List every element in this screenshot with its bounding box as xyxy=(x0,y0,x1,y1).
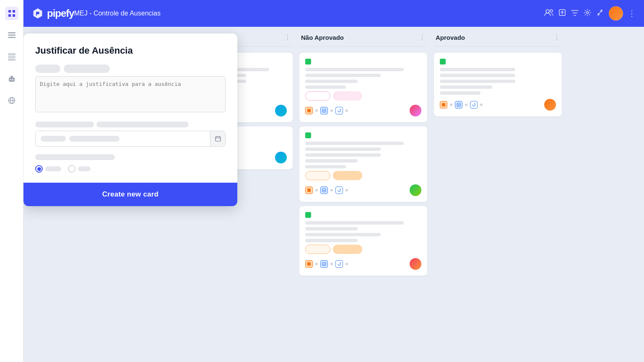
svg-rect-5 xyxy=(8,35,16,36)
svg-point-17 xyxy=(546,10,549,13)
svg-rect-29 xyxy=(307,262,311,266)
card-footer xyxy=(305,105,421,116)
tag-green xyxy=(440,59,446,65)
connect-icon[interactable] xyxy=(596,9,604,18)
column-nao-aprovado: Não Aprovado ⋮ xyxy=(299,34,427,362)
form-field-label-2 xyxy=(35,122,226,127)
radio-option-2[interactable] xyxy=(68,165,91,173)
card-footer xyxy=(440,99,556,111)
settings-icon[interactable] xyxy=(584,9,591,18)
svg-rect-4 xyxy=(8,32,16,34)
column-menu-em-revisao[interactable]: ⋮ xyxy=(284,34,291,41)
svg-rect-33 xyxy=(216,137,221,141)
card-icon-checklist[interactable] xyxy=(455,101,462,109)
column-header-aprovado: Aprovado ⋮ xyxy=(434,34,562,41)
svg-rect-25 xyxy=(307,109,311,112)
table-row[interactable] xyxy=(434,53,562,116)
svg-rect-9 xyxy=(8,59,16,60)
svg-rect-3 xyxy=(13,14,15,17)
card-icon-sync[interactable] xyxy=(335,186,343,194)
radio-group xyxy=(35,165,226,173)
table-row[interactable] xyxy=(299,206,427,276)
column-menu-aprovado[interactable]: ⋮ xyxy=(553,34,560,41)
main-area: pipefy MEJ - Controle de Ausencias xyxy=(23,0,644,362)
tag-green xyxy=(305,59,311,65)
svg-point-18 xyxy=(550,10,553,12)
sidebar-item-table[interactable] xyxy=(5,50,18,64)
card-icon-checklist[interactable] xyxy=(320,186,328,194)
card-icon-sync[interactable] xyxy=(335,107,343,114)
svg-rect-31 xyxy=(442,103,445,106)
radio-option-1[interactable] xyxy=(35,165,61,173)
svg-point-20 xyxy=(587,11,589,13)
column-header-nao-aprovado: Não Aprovado ⋮ xyxy=(299,34,427,41)
sidebar-item-bot[interactable] xyxy=(5,72,18,85)
column-divider xyxy=(434,46,562,47)
table-row[interactable] xyxy=(299,127,427,202)
svg-rect-0 xyxy=(8,10,11,13)
card-badge xyxy=(333,245,362,254)
user-avatar[interactable] xyxy=(609,6,623,21)
calendar-icon[interactable] xyxy=(210,131,225,146)
svg-rect-8 xyxy=(8,55,16,59)
justificativa-textarea[interactable] xyxy=(35,76,226,112)
svg-rect-7 xyxy=(8,54,16,54)
column-divider xyxy=(299,46,427,47)
logo-text: pipefy xyxy=(47,8,74,19)
modal-title: Justificar de Ausência xyxy=(35,45,226,56)
card-icon-sync[interactable] xyxy=(470,101,478,109)
card-icon[interactable] xyxy=(305,107,313,114)
card-icon-sync[interactable] xyxy=(335,260,343,268)
header-actions: ⋮ xyxy=(544,6,636,21)
card-icon[interactable] xyxy=(305,260,313,268)
card-avatar xyxy=(544,99,556,111)
card-avatar xyxy=(410,184,421,196)
sidebar-item-globe[interactable] xyxy=(5,94,18,107)
card-icon-checklist[interactable] xyxy=(320,107,328,114)
svg-rect-11 xyxy=(10,76,13,78)
card-badge xyxy=(305,171,330,180)
card-avatar xyxy=(410,105,421,116)
card-icon[interactable] xyxy=(440,101,447,109)
card-avatar xyxy=(275,152,287,163)
svg-rect-6 xyxy=(8,37,16,38)
sidebar-item-list[interactable] xyxy=(5,28,18,42)
tag-green xyxy=(305,212,311,218)
svg-point-13 xyxy=(12,79,13,80)
svg-rect-2 xyxy=(8,14,11,17)
create-card-modal: Justificar de Ausência xyxy=(23,34,237,206)
card-badge xyxy=(305,91,330,101)
create-new-card-button[interactable]: Create new card xyxy=(102,190,158,199)
filter-icon[interactable] xyxy=(571,9,579,18)
radio-button-1[interactable] xyxy=(35,165,43,173)
svg-rect-1 xyxy=(13,10,15,13)
card-avatar xyxy=(410,258,421,270)
sidebar-item-grid[interactable] xyxy=(5,7,18,20)
column-aprovado: Aprovado ⋮ xyxy=(434,34,562,362)
card-badge xyxy=(333,171,362,180)
card-badge xyxy=(305,245,330,254)
export-icon[interactable] xyxy=(558,9,566,18)
column-title-aprovado: Aprovado xyxy=(436,34,550,41)
form-field-label-3 xyxy=(35,154,226,160)
date-input[interactable] xyxy=(35,131,226,147)
card-avatar xyxy=(275,105,287,116)
modal-footer: Create new card xyxy=(23,183,237,206)
header: pipefy MEJ - Controle de Ausencias xyxy=(23,0,644,27)
svg-rect-10 xyxy=(9,78,15,82)
card-icon[interactable] xyxy=(305,186,313,194)
members-icon[interactable] xyxy=(544,9,553,18)
card-footer xyxy=(305,258,421,270)
more-icon[interactable]: ⋮ xyxy=(628,9,636,18)
column-title-nao-aprovado: Não Aprovado xyxy=(301,34,415,41)
header-title: MEJ - Controle de Ausencias xyxy=(74,10,544,17)
column-menu-nao-aprovado[interactable]: ⋮ xyxy=(419,34,426,41)
radio-button-2[interactable] xyxy=(68,165,75,173)
card-icon-checklist[interactable] xyxy=(320,260,328,268)
card-footer xyxy=(305,184,421,196)
form-field-label-1 xyxy=(35,65,226,73)
logo: pipefy xyxy=(32,8,74,19)
table-row[interactable] xyxy=(299,53,427,122)
card-badge xyxy=(333,91,362,101)
tag-green xyxy=(305,132,311,138)
